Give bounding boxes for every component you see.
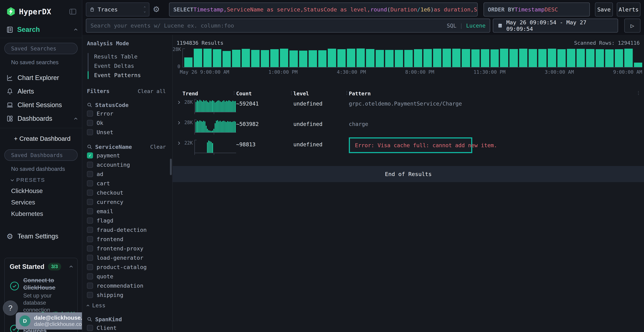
filter-option-client[interactable]: Client [87, 324, 172, 332]
checkbox-checked-icon[interactable]: ✓ [87, 152, 93, 158]
histogram-bar[interactable] [395, 50, 403, 67]
checkbox-icon[interactable] [87, 190, 93, 196]
col-level[interactable]: ⋮level [294, 90, 349, 96]
filter-panel-scrollbar[interactable] [170, 159, 172, 175]
filter-option-shipping[interactable]: shipping [87, 291, 172, 299]
checkbox-icon[interactable] [87, 283, 93, 289]
histogram-bar[interactable] [376, 50, 384, 67]
filter-option-ok[interactable]: Ok [87, 119, 172, 127]
histogram-bar[interactable] [261, 50, 269, 67]
checkbox-icon[interactable] [87, 218, 93, 224]
histogram-bar[interactable] [433, 49, 441, 67]
filter-option-quote[interactable]: quote [87, 272, 172, 280]
histogram-bar[interactable] [528, 49, 537, 67]
histogram-bar[interactable] [519, 49, 527, 67]
date-range-picker[interactable]: May 26 09:09:54 - May 27 09:09:54 [493, 18, 618, 32]
sidebar-item-search[interactable]: Search [6, 26, 77, 34]
histogram-bar[interactable] [347, 49, 355, 67]
run-query-button[interactable]: ▷ [624, 18, 640, 32]
histogram-bar[interactable] [510, 49, 518, 67]
histogram-bar[interactable] [481, 49, 489, 67]
histogram-bar[interactable] [194, 49, 202, 67]
filter-option-cart[interactable]: cart [87, 180, 172, 187]
help-button[interactable]: ? [3, 300, 18, 316]
pattern-row[interactable]: 22K~98813undefinedError: Visa cache full… [173, 140, 644, 158]
expand-row-icon[interactable] [177, 121, 180, 124]
pattern-row[interactable]: 28K~503982undefinedcharge [173, 120, 644, 138]
checkbox-icon[interactable] [87, 110, 93, 117]
histogram-bar[interactable] [251, 50, 260, 67]
histogram-bar[interactable] [318, 50, 326, 67]
histogram-bar[interactable] [490, 49, 499, 67]
col-count[interactable]: ⋮Count [236, 90, 294, 96]
sql-toggle[interactable]: SQL [447, 22, 456, 29]
histogram-bar[interactable] [624, 49, 632, 67]
sql-select-input[interactable]: SELECT Timestamp, ServiceName as service… [169, 2, 478, 16]
filter-option-product-catalog[interactable]: product-catalog [87, 263, 172, 271]
histogram-bar[interactable] [538, 49, 546, 67]
histogram-bar[interactable] [548, 49, 556, 67]
expand-row-icon[interactable] [177, 101, 180, 104]
preset-services[interactable]: Services [11, 199, 77, 206]
histogram-bar[interactable] [356, 48, 365, 67]
histogram-bar[interactable] [308, 50, 317, 67]
histogram-bar[interactable] [414, 49, 422, 67]
filter-option-frontend-proxy[interactable]: frontend-proxy [87, 244, 172, 252]
histogram-bar[interactable] [452, 49, 460, 67]
histogram-bar[interactable] [576, 49, 585, 67]
collapse-sidebar-icon[interactable] [69, 8, 77, 16]
source-settings-gear-icon[interactable]: ⚙ [153, 5, 160, 14]
histogram-bar[interactable] [290, 50, 298, 67]
col-trend[interactable]: Trend [182, 90, 236, 96]
histogram-bar[interactable] [213, 49, 221, 67]
filter-option-currency[interactable]: currency [87, 198, 172, 206]
results-histogram[interactable]: 28K 0 [182, 48, 642, 68]
checkbox-icon[interactable] [87, 162, 93, 168]
histogram-bar[interactable] [442, 49, 451, 67]
search-icon[interactable] [87, 102, 92, 108]
event-search-input[interactable] [90, 22, 443, 29]
histogram-bar[interactable] [462, 49, 470, 67]
checkbox-icon[interactable] [87, 273, 93, 280]
get-started-step[interactable]: Connect to ClickHouse Set up your databa… [10, 276, 72, 314]
histogram-bar[interactable] [222, 51, 231, 67]
histogram-bar[interactable] [567, 49, 575, 67]
sidebar-item-team-settings[interactable]: ⚙ Team Settings [6, 230, 77, 242]
histogram-bar[interactable] [328, 49, 336, 67]
pattern-row[interactable]: 28K~592041undefinedgrpc.oteldemo.Payment… [173, 99, 644, 117]
histogram-bar[interactable] [605, 49, 614, 67]
filter-option-frontend[interactable]: frontend [87, 235, 172, 243]
column-drag-handle-icon[interactable]: ⋮ [344, 90, 349, 96]
create-dashboard-button[interactable]: + Create Dashboard [6, 132, 77, 145]
filter-option-unset[interactable]: Unset [87, 128, 172, 136]
histogram-bar[interactable] [615, 49, 623, 67]
sidebar-item-alerts[interactable]: Alerts [6, 85, 77, 98]
checkbox-icon[interactable] [87, 264, 93, 270]
lucene-toggle[interactable]: Lucene [466, 22, 486, 29]
filter-option-payment[interactable]: ✓payment [87, 152, 172, 160]
histogram-bar[interactable] [385, 50, 394, 67]
checkbox-icon[interactable] [87, 208, 93, 214]
histogram-bar[interactable] [558, 49, 566, 67]
show-less-toggle[interactable]: Less [87, 302, 172, 308]
saved-dashboards-field[interactable] [11, 152, 80, 158]
histogram-bar[interactable] [500, 49, 508, 67]
preset-clickhouse[interactable]: ClickHouse [11, 187, 77, 194]
user-menu[interactable]: D dale@clickhouse.com dale@clickhouse.co… [16, 312, 82, 330]
checkbox-icon[interactable] [87, 325, 93, 331]
filter-option-recommendation[interactable]: recommendation [87, 282, 172, 290]
checkbox-icon[interactable] [87, 171, 93, 177]
filter-option-fraud-detection[interactable]: fraud-detection [87, 226, 172, 234]
saved-searches-input[interactable]: ⌘K [4, 43, 78, 54]
checkbox-icon[interactable] [87, 120, 93, 126]
histogram-bar[interactable] [366, 49, 374, 67]
histogram-bar[interactable] [404, 50, 412, 67]
search-icon[interactable] [87, 144, 92, 150]
preset-kubernetes[interactable]: Kubernetes [11, 210, 77, 217]
histogram-bar[interactable] [299, 50, 307, 67]
sidebar-item-client-sessions[interactable]: Client Sessions [6, 99, 77, 111]
highlighted-error-pattern[interactable]: Error: Visa cache full: cannot add new i… [349, 138, 472, 153]
histogram-bar[interactable] [634, 62, 642, 67]
histogram-bar[interactable] [280, 49, 288, 67]
col-pattern[interactable]: ⋮Pattern [349, 90, 641, 96]
